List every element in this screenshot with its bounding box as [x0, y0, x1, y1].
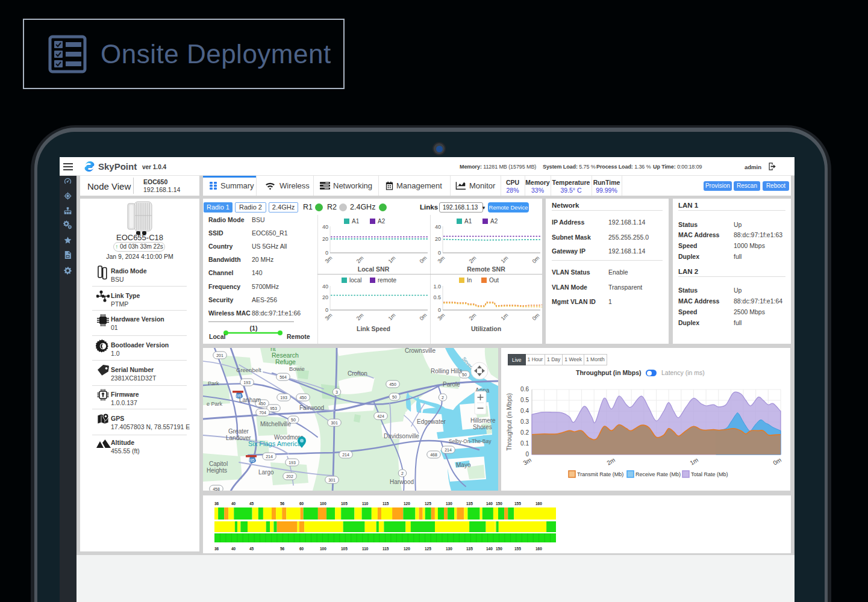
svg-text:Bowie: Bowie — [289, 365, 305, 372]
svg-text:468: 468 — [430, 453, 437, 457]
svg-text:36: 36 — [214, 501, 219, 506]
svg-text:50: 50 — [291, 418, 296, 422]
svg-text:Selby-On-The-Bay: Selby-On-The-Bay — [449, 438, 492, 444]
svg-text:In: In — [467, 277, 472, 284]
svg-text:A2: A2 — [490, 218, 498, 225]
svg-text:301: 301 — [331, 421, 338, 425]
svg-text:2m: 2m — [605, 456, 616, 466]
svg-text:Parole: Parole — [443, 381, 460, 388]
svg-text:Receive Rate (Mb): Receive Rate (Mb) — [635, 471, 681, 477]
svg-text:140: 140 — [486, 501, 493, 506]
svg-text:45: 45 — [249, 547, 254, 551]
svg-text:40: 40 — [231, 501, 236, 506]
svg-text:Rolling Hills: Rolling Hills — [431, 368, 462, 374]
svg-text:1m: 1m — [387, 312, 396, 321]
svg-text:0m: 0m — [772, 456, 782, 466]
svg-text:150: 150 — [496, 501, 502, 506]
svg-text:0: 0 — [438, 307, 441, 313]
svg-text:Mitchellville: Mitchellville — [260, 421, 292, 427]
svg-text:40: 40 — [231, 547, 236, 551]
svg-text:A2: A2 — [378, 218, 386, 225]
svg-text:Hillsmere: Hillsmere — [470, 417, 496, 424]
svg-text:135: 135 — [466, 501, 473, 506]
svg-text:Mayo: Mayo — [456, 462, 471, 468]
svg-text:0.2: 0.2 — [520, 429, 529, 436]
svg-text:0.5: 0.5 — [520, 397, 529, 403]
svg-text:135: 135 — [466, 547, 473, 551]
svg-text:Refuge: Refuge — [275, 358, 296, 365]
svg-text:1m: 1m — [387, 255, 396, 264]
svg-text:105: 105 — [341, 547, 348, 551]
svg-text:3m: 3m — [436, 312, 446, 321]
svg-text:3m: 3m — [436, 255, 446, 264]
svg-text:60: 60 — [299, 501, 304, 506]
svg-text:155: 155 — [514, 501, 521, 506]
svg-text:Total Rate (Mb): Total Rate (Mb) — [691, 471, 728, 477]
svg-text:953: 953 — [270, 406, 277, 411]
svg-text:2: 2 — [401, 471, 404, 476]
svg-text:2m: 2m — [355, 312, 364, 321]
svg-text:0m: 0m — [531, 255, 540, 264]
svg-text:Shores: Shores — [473, 424, 492, 430]
svg-text:2m: 2m — [355, 255, 364, 264]
svg-text:nt: nt — [270, 348, 276, 352]
svg-text:Out: Out — [489, 277, 499, 284]
svg-text:202: 202 — [286, 474, 293, 479]
svg-text:Fairwood: Fairwood — [299, 405, 324, 411]
svg-text:214: 214 — [342, 453, 349, 457]
svg-text:Crofton: Crofton — [348, 370, 367, 377]
svg-text:0.3: 0.3 — [520, 418, 529, 425]
svg-text:120: 120 — [404, 501, 410, 506]
svg-text:Lanham: Lanham — [239, 397, 261, 403]
svg-text:Link Speed: Link Speed — [357, 325, 390, 332]
svg-text:Throughput (in Mbps): Throughput (in Mbps) — [506, 393, 513, 451]
svg-text:0.6: 0.6 — [520, 386, 529, 393]
svg-text:Largo: Largo — [258, 469, 274, 476]
svg-text:1m: 1m — [499, 312, 509, 321]
svg-text:local: local — [349, 277, 362, 284]
svg-text:2m: 2m — [467, 312, 477, 321]
svg-text:2: 2 — [442, 396, 444, 400]
svg-text:56: 56 — [280, 547, 285, 551]
svg-text:Local SNR: Local SNR — [358, 265, 390, 273]
svg-text:50: 50 — [392, 395, 397, 399]
svg-text:125: 125 — [425, 501, 431, 506]
svg-text:450: 450 — [299, 396, 307, 400]
svg-text:424: 424 — [377, 414, 384, 418]
svg-text:3m: 3m — [522, 456, 532, 466]
svg-text:0.4: 0.4 — [520, 408, 529, 414]
svg-text:Harwood: Harwood — [390, 479, 414, 485]
svg-text:e Park: e Park — [207, 401, 223, 407]
svg-text:704: 704 — [259, 411, 266, 415]
svg-text:0.1: 0.1 — [520, 440, 529, 447]
svg-text:0m: 0m — [531, 312, 540, 321]
svg-text:Greenbelt: Greenbelt — [236, 367, 261, 373]
svg-text:130: 130 — [446, 547, 452, 551]
svg-text:160: 160 — [535, 501, 542, 506]
svg-text:Capitol: Capitol — [209, 461, 228, 467]
svg-text:Park: Park — [208, 380, 219, 386]
svg-text:20: 20 — [322, 294, 328, 300]
svg-text:110: 110 — [362, 547, 369, 551]
svg-text:201: 201 — [216, 353, 223, 358]
svg-text:Remote SNR: Remote SNR — [467, 265, 505, 273]
svg-text:100: 100 — [320, 501, 326, 506]
svg-text:450: 450 — [389, 382, 396, 386]
svg-text:40: 40 — [435, 224, 441, 230]
svg-text:40: 40 — [322, 224, 328, 230]
svg-text:3m: 3m — [323, 255, 333, 264]
svg-text:45: 45 — [249, 501, 254, 506]
svg-text:Landover: Landover — [226, 435, 251, 441]
svg-text:130: 130 — [446, 501, 452, 506]
svg-text:Edgewater: Edgewater — [417, 418, 446, 425]
svg-text:115: 115 — [382, 501, 389, 506]
svg-text:1m: 1m — [688, 456, 699, 466]
svg-text:564: 564 — [279, 375, 287, 379]
svg-text:125: 125 — [425, 547, 431, 551]
svg-text:495: 495 — [248, 458, 255, 462]
svg-text:110: 110 — [362, 501, 369, 506]
svg-text:3m: 3m — [323, 312, 333, 321]
svg-text:1m: 1m — [499, 255, 509, 264]
svg-text:214: 214 — [266, 455, 273, 459]
svg-text:3: 3 — [336, 390, 338, 394]
